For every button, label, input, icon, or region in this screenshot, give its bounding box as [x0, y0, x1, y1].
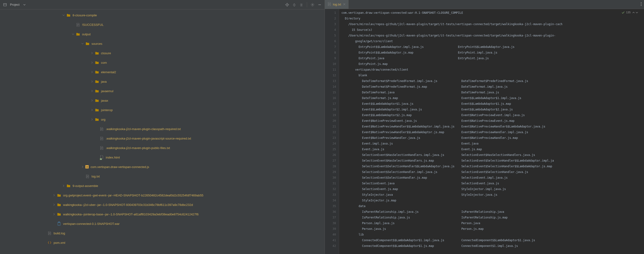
tree-arrow-icon[interactable] [71, 23, 75, 26]
tree-item[interactable]: javaemul [0, 86, 324, 96]
editor-content[interactable]: com.vertispan.draw:vertispan-connected:w… [339, 9, 644, 254]
tree-item[interactable]: log.txt [0, 172, 324, 181]
tree-item[interactable]: elemental2 [0, 67, 324, 77]
tree-arrow-icon[interactable] [80, 165, 84, 169]
line-number: 1 [325, 10, 336, 16]
tree-arrow-icon[interactable] [43, 231, 46, 235]
collapse-all-icon[interactable] [298, 2, 304, 8]
tree-arrow-icon[interactable] [90, 80, 94, 83]
tree-item[interactable]: output [0, 29, 324, 39]
tree-item[interactable]: jsinterop [0, 105, 324, 115]
line-number: 24 [325, 141, 336, 146]
tree-item[interactable]: 8-closure-compile [0, 10, 324, 20]
close-icon[interactable] [343, 3, 346, 6]
tree-item-label: log.txt [92, 175, 100, 178]
tree-item[interactable]: com [0, 58, 324, 67]
inspection-widget[interactable]: 135 [622, 11, 638, 14]
tree-arrow-icon[interactable] [95, 136, 99, 140]
tree-item[interactable]: Hindex.html [0, 153, 324, 162]
tree-item[interactable]: vertispan-connected-0.1-SNAPSHOT.war [0, 219, 324, 229]
tree-item[interactable]: org [0, 115, 324, 124]
tree-item[interactable]: 9-output-assemble [0, 181, 324, 191]
tree-item[interactable]: closure [0, 48, 324, 58]
tree-item[interactable]: javax [0, 96, 324, 105]
code-line: /Users/miroslav/repos-github/j2cl-maven-… [342, 21, 644, 27]
tree-arrow-icon[interactable] [95, 127, 99, 131]
tree-arrow-icon[interactable] [80, 42, 84, 45]
tree-arrow-icon[interactable] [62, 13, 66, 17]
code-line: Event$$LambdaAdaptor$1.java.js Event$$La… [342, 101, 644, 107]
tree-arrow-icon[interactable] [90, 118, 94, 121]
tree-arrow-icon[interactable] [43, 241, 46, 245]
code-line: SelectionEvent.js.map StyleInjector.impl… [342, 186, 644, 192]
code-line: EntryPoint$$LambdaAdaptor.js.map EntryPo… [342, 50, 644, 55]
code-line: Event$NativePreviewHandler$$LambdaAdapto… [342, 124, 644, 129]
file-icon [100, 146, 104, 150]
line-number: 39 [325, 226, 336, 232]
code-line: ConnectedComponent$$LambdaAdaptor$1.js.m… [342, 243, 644, 249]
line-number: 8 [325, 50, 336, 55]
svg-point-35 [641, 2, 642, 3]
tree-arrow-icon[interactable] [90, 108, 94, 112]
tree-arrow-icon[interactable] [95, 155, 99, 159]
tree-arrow-icon[interactable] [52, 222, 56, 226]
locate-icon[interactable] [284, 2, 290, 8]
project-view-icon[interactable] [2, 2, 8, 8]
expand-all-icon[interactable] [291, 2, 297, 8]
tree-arrow-icon[interactable] [71, 32, 75, 36]
hide-icon[interactable] [316, 2, 323, 8]
project-view-dropdown-icon[interactable] [21, 2, 28, 8]
tree-arrow-icon[interactable] [90, 61, 94, 64]
tree-arrow-icon[interactable] [90, 70, 94, 74]
line-number: 19 [325, 112, 336, 118]
tree-arrow-icon[interactable] [52, 212, 56, 216]
tree-item[interactable]: .walkingkooka-j2cl-maven-plugin-classpat… [0, 124, 324, 134]
file-icon [100, 136, 104, 141]
code-line: IsParentRelationship.java.js IsParentRel… [342, 215, 644, 220]
code-line: google/gwt/core/client [342, 38, 644, 44]
editor-tab-log[interactable]: log.txt [325, 0, 348, 9]
folder-icon [95, 60, 99, 65]
tree-item[interactable]: sources [0, 39, 324, 48]
tree-item[interactable]: !SUCCESSFUL [0, 20, 324, 29]
tree-arrow-icon[interactable] [52, 193, 56, 197]
code-line: SelectionEvent$SelectionHandler$$LambdaA… [342, 164, 644, 169]
tree-arrow-icon[interactable] [95, 146, 99, 150]
tree-item[interactable]: .walkingkooka-j2cl-maven-plugin-public-f… [0, 143, 324, 153]
project-tree[interactable]: 8-closure-compile!SUCCESSFULoutputsource… [0, 9, 324, 254]
code-editor[interactable]: 135 123456789101112131415161718192021222… [325, 9, 644, 254]
code-line: IsParentRelationship.impl.java.js IsPare… [342, 209, 644, 215]
tree-item[interactable]: build.log [0, 229, 324, 238]
tree-arrow-icon[interactable] [90, 51, 94, 55]
line-number: 30 [325, 175, 336, 181]
code-line: StyleInjector.java StyleInjector.java.js [342, 192, 644, 198]
tree-item[interactable]: walkingkooka--jsinterop-base--jar--1.0-S… [0, 210, 324, 219]
code-line: vertispan/draw/connected/client [342, 67, 644, 72]
tree-arrow-icon[interactable] [90, 89, 94, 93]
code-line: ConnectedComponent$$LambdaAdaptor$1.impl… [342, 238, 644, 243]
tree-arrow-icon[interactable] [90, 99, 94, 102]
tree-item[interactable]: pom.xml [0, 238, 324, 247]
code-line: 15 Source(s) [342, 27, 644, 33]
svg-rect-26 [58, 222, 60, 223]
tree-item[interactable]: walkingkooka--j2cl-uber--jar--1.0-SNAPSH… [0, 200, 324, 210]
code-line: SelectionEvent.java SelectionEvent.java.… [342, 181, 644, 186]
tree-item-label: index.html [106, 156, 120, 159]
settings-icon[interactable] [310, 2, 316, 8]
tree-item[interactable]: .walkingkooka-j2cl-maven-plugin-javascri… [0, 134, 324, 143]
svg-rect-0 [4, 3, 6, 6]
prev-highlight-icon[interactable] [632, 11, 635, 14]
code-line: StyleInjector.js.map [342, 198, 644, 203]
tree-item[interactable]: org.gwtproject.event--gwt-event--jar--HE… [0, 191, 324, 200]
tree-arrow-icon[interactable] [62, 184, 66, 188]
line-number: 21 [325, 124, 336, 129]
tab-menu-icon[interactable] [638, 2, 644, 7]
tree-item[interactable]: JScom.vertispan.draw-vertispan-connected… [0, 162, 324, 172]
code-line: Event$NativePreviewHandler.java.js Event… [342, 135, 644, 141]
tree-item[interactable]: java [0, 77, 324, 86]
tree-arrow-icon[interactable] [80, 174, 84, 178]
code-line: com.vertispan.draw:vertispan-connected:w… [342, 10, 644, 16]
next-highlight-icon[interactable] [636, 11, 638, 14]
tree-arrow-icon[interactable] [52, 203, 56, 207]
tree-item-label: .walkingkooka-j2cl-maven-plugin-classpat… [106, 127, 181, 131]
